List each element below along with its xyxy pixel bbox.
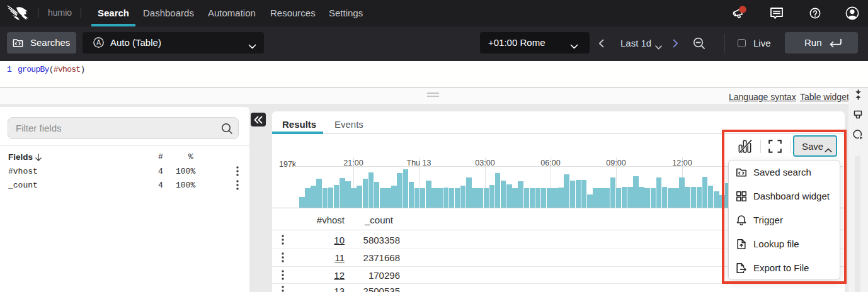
svg-text:A: A xyxy=(96,39,101,46)
